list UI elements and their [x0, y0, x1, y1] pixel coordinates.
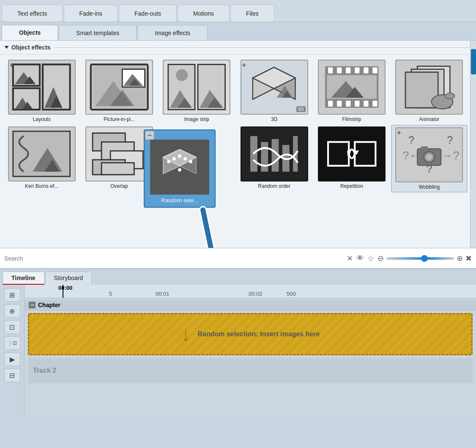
- svg-rect-30: [337, 68, 342, 74]
- repetition-icon: [322, 130, 381, 178]
- svg-point-86: [178, 154, 181, 158]
- filmstrip-icon: [322, 63, 381, 111]
- effect-kenburns[interactable]: Ken Burns ef...: [3, 125, 80, 192]
- zoom-in-btn[interactable]: ⊕: [457, 254, 463, 263]
- section-header: Object effects: [0, 41, 476, 55]
- toolbar-btn-add-track[interactable]: ⊕: [4, 304, 20, 318]
- search-clear-btn[interactable]: ✕: [347, 254, 353, 263]
- effect-label-3d: 3D: [271, 116, 277, 122]
- tab-image-effects[interactable]: Image effects: [137, 25, 208, 40]
- effect-label-random-order: Random order: [258, 183, 290, 189]
- plus-badge: +: [10, 61, 14, 69]
- effect-layouts[interactable]: + Layouts: [3, 58, 80, 124]
- svg-rect-34: [372, 68, 377, 74]
- svg-point-84: [172, 157, 176, 161]
- kenburns-icon: [12, 130, 71, 178]
- effect-animator[interactable]: Animator: [391, 58, 468, 124]
- svg-rect-31: [346, 68, 350, 74]
- timeline-toolbar: ⊞ ⊕ ⊡ ⋮⊡ ▶ ⊟: [0, 285, 25, 416]
- effect-random-order[interactable]: Random order: [236, 125, 312, 192]
- tab-fade-outs[interactable]: Fade-outs: [119, 5, 177, 22]
- star-icon[interactable]: ☆: [367, 254, 374, 263]
- track2-label: Track 2: [33, 367, 56, 374]
- svg-line-87: [203, 210, 220, 248]
- toolbar-btn-grid[interactable]: ⊞: [4, 288, 20, 302]
- svg-rect-59: [261, 142, 268, 172]
- badge-3d: 3D: [296, 106, 306, 112]
- fit-icon[interactable]: ✖: [465, 254, 472, 263]
- chapter-header: − Chapter: [25, 300, 476, 311]
- svg-text:→?: →?: [441, 149, 459, 162]
- zoom-slider-thumb[interactable]: [421, 255, 428, 262]
- dotted-divider: [54, 47, 471, 48]
- track2-area: Track 2: [28, 358, 473, 383]
- plus-badge-3d: +: [242, 61, 246, 69]
- selected-item-popup[interactable]: − Random sele...: [144, 129, 216, 208]
- svg-point-19: [176, 69, 188, 81]
- svg-rect-38: [355, 101, 359, 107]
- tab-smart-templates[interactable]: Smart templates: [59, 25, 137, 40]
- tab-files[interactable]: Files: [230, 5, 274, 22]
- tab-objects[interactable]: Objects: [2, 25, 58, 40]
- tab-timeline[interactable]: Timeline: [3, 272, 44, 285]
- overlap-icon: [90, 130, 149, 178]
- wobbling-icon: ? ? ? ?← →?: [399, 131, 459, 179]
- effect-thumb-kenburns: [8, 126, 76, 181]
- toolbar-btn-ungroup[interactable]: ⋮⊡: [4, 336, 20, 350]
- effect-3d[interactable]: + 3D 3D: [236, 58, 312, 124]
- random-selection-block[interactable]: ↓ Random selection: Insert images here: [28, 313, 473, 355]
- effect-wobbling[interactable]: + ? ? ? ?← →?: [391, 125, 468, 192]
- effect-thumb-strip: [163, 60, 230, 115]
- tab-fade-ins[interactable]: Fade-ins: [64, 5, 118, 22]
- effect-strip[interactable]: Image strip: [159, 58, 235, 124]
- popup-label: Random sele...: [161, 197, 198, 203]
- collapse-triangle[interactable]: [5, 46, 9, 49]
- effect-label-animator: Animator: [419, 116, 439, 122]
- tab-storyboard[interactable]: Storyboard: [45, 272, 92, 285]
- effect-thumb-3d: + 3D: [241, 60, 308, 115]
- toolbar-btn-remove[interactable]: ⊟: [4, 368, 20, 382]
- effect-thumb-overlap: [85, 126, 153, 181]
- minus-badge-random[interactable]: −: [145, 131, 154, 140]
- search-input[interactable]: [4, 255, 343, 262]
- tab-motions[interactable]: Motions: [178, 5, 230, 22]
- effect-repetition[interactable]: Repetition: [313, 125, 390, 192]
- time-ruler: 00:00 5 00:01 00:02 500: [25, 285, 476, 298]
- scrollbar[interactable]: [470, 41, 476, 248]
- effect-thumb-filmstrip: [318, 60, 386, 115]
- effect-label-wobbling: Wobbling: [419, 184, 440, 190]
- toolbar-btn-group[interactable]: ⊡: [4, 320, 20, 334]
- chapter-collapse-btn[interactable]: −: [29, 302, 36, 308]
- svg-rect-40: [372, 101, 377, 107]
- svg-point-82: [178, 168, 181, 172]
- timeline-tracks: − Chapter ↓ Random selection: Insert ima…: [25, 298, 476, 416]
- effect-pip[interactable]: Picture-in-pi...: [81, 58, 157, 124]
- effect-label-pip: Picture-in-pi...: [104, 116, 135, 122]
- svg-rect-35: [328, 101, 333, 107]
- svg-text:?←: ?←: [402, 149, 421, 162]
- toolbar-btn-play[interactable]: ▶: [4, 352, 20, 366]
- scroll-thumb[interactable]: [471, 49, 476, 74]
- svg-rect-29: [328, 68, 333, 74]
- svg-text:?: ?: [408, 135, 414, 146]
- svg-rect-33: [364, 68, 368, 74]
- zoom-slider-track[interactable]: [386, 257, 454, 260]
- effect-thumb-wobbling: + ? ? ? ?← →?: [395, 127, 463, 182]
- random-order-icon: [244, 130, 304, 178]
- layouts-icon: [12, 63, 71, 111]
- effect-label-filmstrip: Filmstrip: [342, 116, 361, 122]
- playhead[interactable]: [63, 285, 63, 298]
- bottom-panel: Timeline Storyboard ⊞ ⊕ ⊡ ⋮⊡ ▶ ⊟ 00:00: [0, 268, 476, 421]
- search-bar: ✕ 👁 ☆ ⊖ ⊕ ✖: [0, 248, 476, 268]
- svg-point-85: [183, 157, 187, 161]
- tab-text-effects[interactable]: Text effects: [2, 5, 63, 22]
- effect-thumb-repetition: [318, 126, 386, 181]
- second-tabs: Objects Smart templates Image effects: [0, 22, 476, 41]
- zoom-slider-section: ⊖ ⊕ ✖: [378, 254, 472, 263]
- timeline-main: 00:00 5 00:01 00:02 500 − Chapter ↓: [25, 285, 476, 416]
- effect-filmstrip[interactable]: Filmstrip: [313, 58, 390, 124]
- eye-icon[interactable]: 👁: [356, 254, 364, 263]
- svg-rect-39: [364, 101, 368, 107]
- zoom-out-btn[interactable]: ⊖: [378, 254, 384, 263]
- svg-rect-37: [346, 101, 350, 107]
